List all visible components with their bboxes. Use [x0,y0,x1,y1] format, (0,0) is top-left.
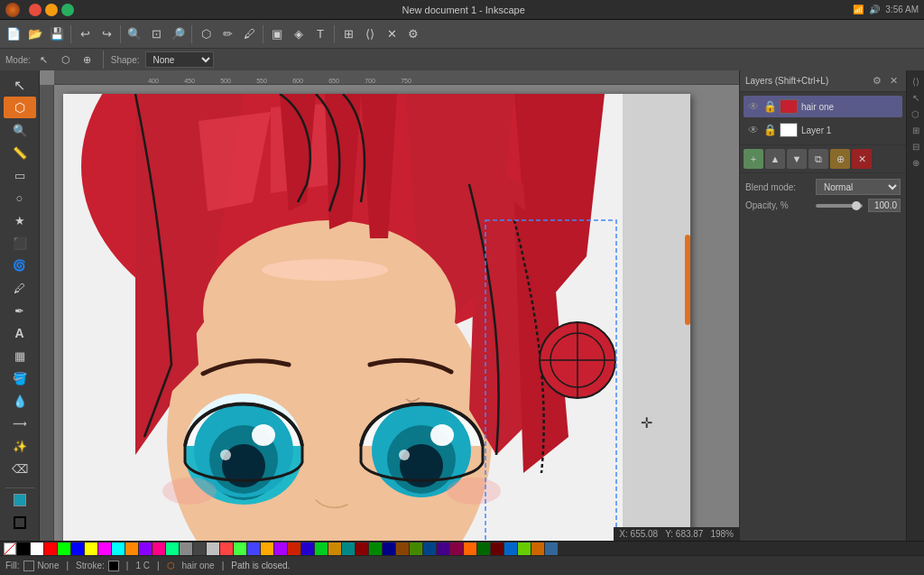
spray-tool[interactable]: ✨ [4,435,36,457]
palette-swatch[interactable] [17,543,30,555]
star-tool[interactable]: ★ [4,209,36,231]
palette-swatch[interactable] [383,543,395,555]
palette-swatch[interactable] [369,543,382,555]
xml-icon[interactable]: ⟨⟩ [360,24,380,44]
palette-swatch[interactable] [85,543,97,555]
palette-swatch[interactable] [396,543,409,555]
maximize-button[interactable] [61,4,74,16]
palette-swatch[interactable] [450,543,463,555]
palette-swatch[interactable] [125,543,138,555]
fill-icon[interactable]: ▣ [267,24,287,44]
minimize-button[interactable] [45,4,58,16]
select-tool[interactable]: ↖ [4,74,36,96]
new-icon[interactable]: 📄 [4,24,23,44]
layer-visibility-layer1[interactable]: 👁 [747,124,760,136]
move-layer-down-button[interactable]: ▼ [787,149,807,169]
rsi-grid[interactable]: ⊟ [909,139,923,153]
shape-select[interactable]: None Circle Rectangle [145,51,214,68]
palette-swatch[interactable] [464,543,476,555]
blend-mode-select[interactable]: Normal Multiply Screen Overlay [816,179,901,195]
palette-swatch[interactable] [193,543,206,555]
merge-layer-button[interactable]: ⊕ [830,149,850,169]
palette-swatch[interactable] [328,543,341,555]
palette-swatch[interactable] [491,543,504,555]
dropper-tool[interactable]: 💧 [4,390,36,412]
add-layer-button[interactable]: + [744,149,763,169]
zoom-fit-icon[interactable]: ⊡ [146,24,166,44]
mode-arrow-tool[interactable]: ↖ [36,51,52,68]
rsi-node[interactable]: ⬡ [909,107,923,121]
palette-swatch[interactable] [274,543,287,555]
save-icon[interactable]: 💾 [47,24,67,44]
move-layer-up-button[interactable]: ▲ [765,149,785,169]
settings-icon[interactable]: ⚙ [403,24,423,44]
node-tool[interactable]: ⬡ [4,97,36,118]
layers-panel-settings[interactable]: ⚙ [870,74,884,88]
palette-swatch[interactable] [423,543,436,555]
rectangle-tool[interactable]: ▭ [4,164,36,186]
palette-swatch[interactable] [518,543,531,555]
fill-swatch[interactable] [23,561,34,571]
duplicate-layer-button[interactable]: ⧉ [808,149,828,169]
palette-swatch[interactable] [261,543,273,555]
connector-tool[interactable]: ⟿ [4,413,36,434]
palette-swatch[interactable] [44,543,57,555]
rsi-snap[interactable]: ⊕ [909,155,923,170]
mode-other-tool[interactable]: ⊕ [79,51,96,68]
open-icon[interactable]: 📂 [25,24,45,44]
close-button[interactable] [29,4,42,16]
paint-bucket-tool[interactable]: 🪣 [4,367,36,389]
layers-panel-close[interactable]: ✕ [886,74,901,88]
3d-box-tool[interactable]: ⬛ [4,232,36,254]
redo-icon[interactable]: ↪ [97,24,116,44]
pen-tool[interactable]: 🖊 [4,277,36,299]
palette-swatch[interactable] [58,543,70,555]
palette-swatch[interactable] [166,543,179,555]
zoom-in-icon[interactable]: 🔍 [125,24,144,44]
palette-swatch[interactable] [531,543,544,555]
palette-swatch[interactable] [180,543,192,555]
palette-swatch[interactable] [342,543,355,555]
palette-swatch[interactable] [504,543,517,555]
rsi-cursor[interactable]: ↖ [909,90,923,105]
mode-node-tool[interactable]: ⬡ [58,51,74,68]
scroll-indicator[interactable] [685,235,690,325]
close-x-icon[interactable]: ✕ [382,24,402,44]
rsi-xml[interactable]: ⟨⟩ [909,74,923,88]
stroke-swatch[interactable] [108,561,119,571]
palette-swatch[interactable] [477,543,490,555]
palette-swatch[interactable] [139,543,152,555]
align-icon[interactable]: ⊞ [338,24,358,44]
transparent-swatch[interactable] [4,543,16,555]
palette-swatch[interactable] [98,543,111,555]
pen-icon[interactable]: ✏ [217,24,237,44]
canvas-area[interactable]: 400 450 500 550 600 650 700 750 [40,70,739,541]
gradient-tool[interactable]: ▦ [4,345,36,366]
layer-visibility-hair[interactable]: 👁 [747,100,760,113]
spiral-tool[interactable]: 🌀 [4,255,36,276]
palette-swatch[interactable] [356,543,368,555]
palette-swatch[interactable] [410,543,422,555]
color-stroke-swatch[interactable] [4,512,36,533]
palette-swatch[interactable] [288,543,300,555]
layer-lock-layer1[interactable]: 🔒 [763,124,776,136]
palette-swatch[interactable] [545,543,558,555]
undo-icon[interactable]: ↩ [75,24,95,44]
palette-swatch[interactable] [112,543,125,555]
palette-swatch[interactable] [234,543,246,555]
layer-item-hair-one[interactable]: 👁 🔒 hair one [744,96,902,117]
calligraphy-tool[interactable]: ✒ [4,300,36,321]
layer-lock-hair[interactable]: 🔒 [763,100,776,113]
zoom-tool[interactable]: 🔍 [4,119,36,141]
eraser-tool[interactable]: ⌫ [4,458,36,479]
measure-tool[interactable]: 📏 [4,142,36,163]
node-tool-icon[interactable]: ⬡ [196,24,216,44]
opacity-value-input[interactable] [868,199,901,212]
calligraphy-icon[interactable]: 🖊 [239,24,259,44]
layer-item-layer1[interactable]: 👁 🔒 Layer 1 [744,119,902,141]
palette-swatch[interactable] [301,543,314,555]
circle-tool[interactable]: ○ [4,187,36,209]
palette-swatch[interactable] [71,543,84,555]
canvas-viewport[interactable]: ✛ [54,85,739,541]
text-icon[interactable]: T [310,24,330,44]
